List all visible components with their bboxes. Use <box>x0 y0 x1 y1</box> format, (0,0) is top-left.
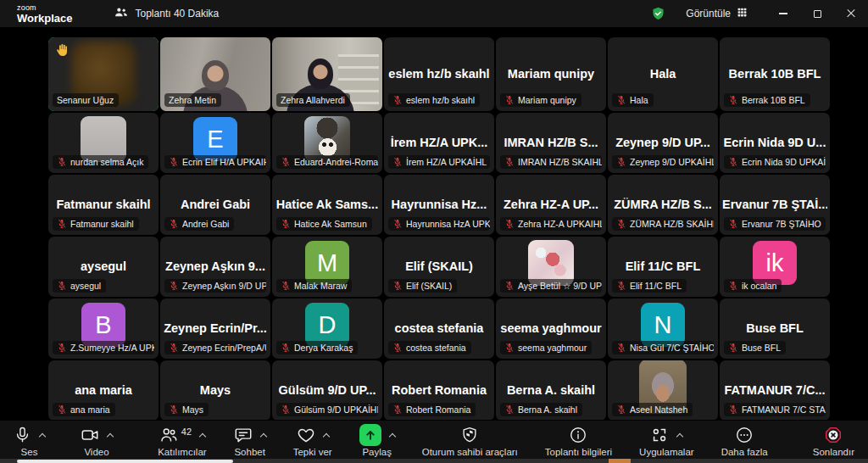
taskbar-white-segment <box>17 460 233 463</box>
participant-name-label: seema yaghmour <box>500 341 592 354</box>
participant-tile[interactable]: NNisa Gül 7/C ŞTAİHO <box>608 298 718 359</box>
close-button[interactable] <box>834 0 868 27</box>
mic-muted-icon <box>504 343 515 353</box>
participant-tile[interactable]: Zeynep Ecrin/Pr...Zeynep Ecrin/PrepA/U..… <box>160 298 270 359</box>
participant-tile[interactable]: MMalak Maraw <box>272 237 382 297</box>
participant-name-text: Nisa Gül 7/C ŞTAİHO <box>630 343 714 353</box>
participant-tile[interactable]: Eduard-Andrei-Roman... <box>272 113 382 173</box>
participant-tile[interactable]: BZ.Sumeyye Hz/A UPKA... <box>48 298 159 359</box>
participant-tile[interactable]: seema yaghmourseema yaghmour <box>496 298 606 359</box>
participant-tile[interactable]: Senanur Uğuz <box>48 37 159 111</box>
participant-tile[interactable]: Berrak 10B BFLBerrak 10B BFL <box>720 37 830 111</box>
chevron-up-icon[interactable] <box>322 432 329 439</box>
chevron-up-icon[interactable] <box>676 432 683 439</box>
participant-name-label: Senanur Uğuz <box>53 93 119 107</box>
participant-tile[interactable]: Zehra Allahverdi <box>272 37 382 111</box>
participant-tile[interactable]: nurdan selma Açık <box>48 113 159 173</box>
participant-tile[interactable]: ana mariaana maria <box>48 360 159 420</box>
mic-muted-icon <box>728 404 738 415</box>
participant-tile[interactable]: İrem HZ/A UPK...İrem HZ/A UPKAİHL <box>384 113 494 173</box>
participant-tile[interactable]: Fatmanur skaihlFatmanur skaihl <box>48 175 159 235</box>
participant-tile[interactable]: Ayşe Betül ☆ 9/D UPK... <box>496 237 606 297</box>
participant-tile[interactable]: EEcrin Elif H/A UPKAIHL <box>160 113 270 173</box>
participant-name-label: eslem hz/b skaıhl <box>388 93 480 107</box>
participant-tile[interactable]: Zeynep 9/D UP...Zeynep 9/D UPKAİHL <box>608 113 718 173</box>
participant-tile[interactable]: Berna A. skaihlBerna A. skaihl <box>496 360 606 420</box>
chevron-up-icon[interactable] <box>259 432 266 439</box>
participant-tile[interactable]: Ecrin Nida 9D U...Ecrin Nida 9D UPKAİHL <box>720 113 830 173</box>
participant-tile[interactable]: Andrei GabiAndrei Gabi <box>160 175 270 235</box>
participant-name-label: Zeynep Ecrin/PrepA/U... <box>164 341 266 354</box>
video-button[interactable]: Video <box>79 423 114 457</box>
chevron-up-icon[interactable] <box>39 432 46 439</box>
view-button[interactable]: Görüntüle <box>679 3 754 24</box>
participant-tile[interactable]: Ervanur 7B ŞTAİ...Ervanur 7B ŞTAİHO <box>720 175 830 235</box>
participants-button[interactable]: 42Katılımcılar <box>156 423 209 457</box>
participant-display-name: Mariam qunipy <box>498 67 604 81</box>
participant-tile[interactable]: costea stefaniacostea stefania <box>384 298 494 359</box>
participant-tile[interactable]: Zehra Metin <box>160 37 270 111</box>
apps-button[interactable]: Uygulamalar <box>637 423 696 457</box>
participant-display-name: Elif (SKAIL) <box>387 259 492 273</box>
participant-name-text: Berrak 10B BFL <box>742 95 805 105</box>
participant-name-label: Hala <box>612 93 654 107</box>
participant-name-label: ana maria <box>53 403 115 416</box>
participant-tile[interactable]: aysegulaysegul <box>48 237 159 297</box>
participant-tile[interactable]: DDerya Karakaş <box>272 298 382 359</box>
participant-display-name: costea stefania <box>387 321 492 335</box>
participant-tile[interactable]: Elif 11/C BFLElif 11/C BFL <box>608 237 718 297</box>
mic-muted-icon <box>616 404 626 415</box>
participant-name-label: Z.Sumeyye Hz/A UPKA... <box>53 341 154 354</box>
participant-name-label: Zehra Allahverdi <box>276 93 350 107</box>
mic-muted-icon <box>728 343 738 353</box>
participant-name-text: eslem hz/b skaıhl <box>406 95 475 105</box>
chat-button[interactable]: Sohbet <box>232 423 268 457</box>
participant-tile[interactable]: Zeynep Aşkın 9...Zeynep Aşkın 9/D UPK... <box>160 237 270 297</box>
participant-tile[interactable]: eslem hz/b skaıhleslem hz/b skaıhl <box>384 37 494 111</box>
participant-display-name: IMRAN HZ/B S... <box>498 136 604 149</box>
participant-name-label: ik ocalan <box>724 279 782 293</box>
mic-muted-icon <box>728 95 738 105</box>
participant-tile[interactable]: HalaHala <box>608 37 718 111</box>
minimize-icon <box>779 13 787 14</box>
chevron-up-icon[interactable] <box>107 432 114 439</box>
participant-tile[interactable]: IMRAN HZ/B S...IMRAN HZ/B SKAIHL <box>496 113 606 173</box>
participant-display-name: Robert Romania <box>387 383 492 397</box>
chevron-up-icon[interactable] <box>199 432 206 439</box>
participant-tile[interactable]: Aseel Natsheh <box>608 360 718 420</box>
participant-tile[interactable]: Gülsüm 9/D UP...Gülsüm 9/D UPKAİHL <box>272 360 382 420</box>
more-button[interactable]: Daha fazla <box>720 423 770 457</box>
participant-display-name: Fatmanur skaihl <box>51 198 156 211</box>
toolbar-label: Sohbet <box>234 447 264 457</box>
participant-tile[interactable]: Hatice Ak Sams...Hatice Ak Samsun <box>272 175 382 235</box>
participant-name-text: Elif 11/C BFL <box>630 281 682 291</box>
participant-name-text: Zeynep 9/D UPKAİHL <box>630 157 714 167</box>
participant-tile[interactable]: Zehra HZ-A UP...Zehra HZ-A UPKAIHL <box>496 175 606 235</box>
participant-display-name: Hatice Ak Sams... <box>275 198 380 211</box>
participant-name-text: Z.Sumeyye Hz/A UPKA... <box>70 343 154 353</box>
end-button[interactable]: Sonlandır <box>811 423 856 457</box>
chevron-up-icon[interactable] <box>388 432 395 439</box>
participant-name-label: aysegul <box>53 279 106 293</box>
participant-tile[interactable]: Mariam qunipyMariam qunipy <box>496 37 606 111</box>
security-shield-icon[interactable] <box>651 6 665 21</box>
participant-tile[interactable]: MaysMays <box>160 360 270 420</box>
participant-name-label: Gülsüm 9/D UPKAİHL <box>276 403 378 416</box>
participant-name-label: Hayrunnisa HzA UPKAİ... <box>388 217 490 231</box>
participant-tile[interactable]: ZÜMRA HZ/B S...ZÜMRA HZ/B SKAİHL <box>608 175 718 235</box>
minimize-button[interactable] <box>766 0 800 27</box>
participant-tile[interactable]: Buse BFLBuse BFL <box>720 298 830 359</box>
reactions-button[interactable]: Tepki ver <box>292 423 334 457</box>
meeting-info-button[interactable]: Toplantı bilgileri <box>543 423 614 457</box>
host-tools-button[interactable]: Oturum sahibi araçları <box>420 423 520 457</box>
participant-tile[interactable]: FATMANUR 7/C...FATMANUR 7/C STA İHL <box>720 360 830 420</box>
share-button[interactable]: Paylaş <box>358 423 397 457</box>
audio-button[interactable]: Ses <box>12 423 47 457</box>
participant-tile[interactable]: Elif (SKAIL)Elif (SKAIL) <box>384 237 494 297</box>
participant-tile[interactable]: Robert RomaniaRobert Romania <box>384 360 494 420</box>
participant-name-label: Hatice Ak Samsun <box>276 217 372 231</box>
participant-name-text: IMRAN HZ/B SKAIHL <box>518 157 602 167</box>
restore-button[interactable] <box>800 0 834 27</box>
participant-tile[interactable]: ikik ocalan <box>720 237 830 297</box>
participant-tile[interactable]: Hayrunnisa Hz...Hayrunnisa HzA UPKAİ... <box>384 175 494 235</box>
